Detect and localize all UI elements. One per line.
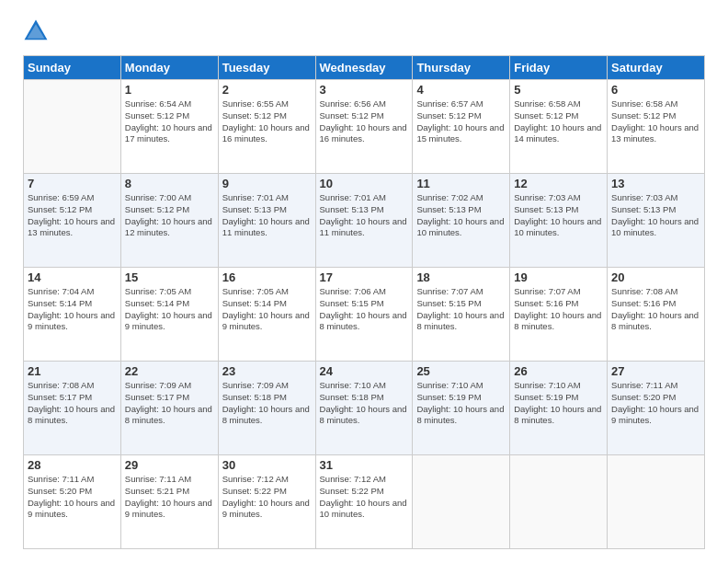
sunset-text: Sunset: 5:15 PM xyxy=(320,298,409,310)
sunset-text: Sunset: 5:13 PM xyxy=(514,204,603,216)
sunrise-text: Sunrise: 6:59 AM xyxy=(28,192,117,204)
day-number: 7 xyxy=(28,177,117,190)
daylight-text: Daylight: 10 hours and 11 minutes. xyxy=(222,216,312,240)
daylight-text: Daylight: 10 hours and 8 minutes. xyxy=(514,404,603,428)
daylight-text: Daylight: 10 hours and 8 minutes. xyxy=(611,310,700,334)
day-info: Sunrise: 7:09 AMSunset: 5:18 PMDaylight:… xyxy=(222,380,312,427)
sunrise-text: Sunrise: 7:12 AM xyxy=(320,474,409,486)
calendar-cell xyxy=(24,80,121,174)
sunrise-text: Sunrise: 6:55 AM xyxy=(222,98,312,110)
day-info: Sunrise: 7:07 AMSunset: 5:15 PMDaylight:… xyxy=(416,286,506,333)
sunset-text: Sunset: 5:12 PM xyxy=(28,204,117,216)
calendar-cell: 7Sunrise: 6:59 AMSunset: 5:12 PMDaylight… xyxy=(24,174,121,268)
sunrise-text: Sunrise: 7:10 AM xyxy=(514,380,603,392)
day-number: 11 xyxy=(416,177,506,190)
day-info: Sunrise: 7:11 AMSunset: 5:21 PMDaylight:… xyxy=(125,474,214,521)
day-info: Sunrise: 7:07 AMSunset: 5:16 PMDaylight:… xyxy=(514,286,603,333)
calendar-cell: 18Sunrise: 7:07 AMSunset: 5:15 PMDayligh… xyxy=(413,268,510,362)
day-number: 30 xyxy=(222,458,312,472)
daylight-text: Daylight: 10 hours and 16 minutes. xyxy=(222,122,312,146)
day-info: Sunrise: 6:58 AMSunset: 5:12 PMDaylight:… xyxy=(611,98,700,145)
day-info: Sunrise: 6:57 AMSunset: 5:12 PMDaylight:… xyxy=(416,98,506,145)
col-header-monday: Monday xyxy=(120,56,218,80)
calendar-week-row: 21Sunrise: 7:08 AMSunset: 5:17 PMDayligh… xyxy=(24,362,705,455)
calendar-week-row: 1Sunrise: 6:54 AMSunset: 5:12 PMDaylight… xyxy=(24,80,705,174)
sunrise-text: Sunrise: 7:11 AM xyxy=(28,474,117,486)
sunset-text: Sunset: 5:13 PM xyxy=(416,204,506,216)
day-number: 22 xyxy=(125,364,214,378)
sunset-text: Sunset: 5:13 PM xyxy=(611,204,700,216)
day-info: Sunrise: 6:56 AMSunset: 5:12 PMDaylight:… xyxy=(320,98,409,145)
daylight-text: Daylight: 10 hours and 10 minutes. xyxy=(611,216,700,240)
daylight-text: Daylight: 10 hours and 16 minutes. xyxy=(320,122,409,146)
sunrise-text: Sunrise: 7:03 AM xyxy=(514,192,603,204)
calendar-table: SundayMondayTuesdayWednesdayThursdayFrid… xyxy=(23,55,705,549)
day-number: 16 xyxy=(222,270,312,284)
daylight-text: Daylight: 10 hours and 10 minutes. xyxy=(416,216,506,240)
day-number: 14 xyxy=(28,270,117,284)
day-number: 25 xyxy=(416,364,506,378)
calendar-cell: 10Sunrise: 7:01 AMSunset: 5:13 PMDayligh… xyxy=(315,174,413,268)
day-number: 20 xyxy=(611,270,700,284)
calendar-cell: 1Sunrise: 6:54 AMSunset: 5:12 PMDaylight… xyxy=(120,80,218,174)
calendar-cell: 2Sunrise: 6:55 AMSunset: 5:12 PMDaylight… xyxy=(218,80,315,174)
sunset-text: Sunset: 5:12 PM xyxy=(125,204,214,216)
sunset-text: Sunset: 5:12 PM xyxy=(514,110,603,122)
sunset-text: Sunset: 5:20 PM xyxy=(611,392,700,404)
col-header-thursday: Thursday xyxy=(413,56,510,80)
sunset-text: Sunset: 5:12 PM xyxy=(320,110,409,122)
daylight-text: Daylight: 10 hours and 8 minutes. xyxy=(320,404,409,428)
sunrise-text: Sunrise: 7:04 AM xyxy=(28,286,117,298)
sunrise-text: Sunrise: 7:06 AM xyxy=(320,286,409,298)
daylight-text: Daylight: 10 hours and 11 minutes. xyxy=(320,216,409,240)
sunrise-text: Sunrise: 7:10 AM xyxy=(320,380,409,392)
header xyxy=(23,18,705,44)
sunrise-text: Sunrise: 7:10 AM xyxy=(416,380,506,392)
col-header-sunday: Sunday xyxy=(24,56,121,80)
day-info: Sunrise: 7:04 AMSunset: 5:14 PMDaylight:… xyxy=(28,286,117,333)
sunrise-text: Sunrise: 7:07 AM xyxy=(416,286,506,298)
day-number: 18 xyxy=(416,270,506,284)
sunset-text: Sunset: 5:18 PM xyxy=(320,392,409,404)
calendar-cell: 13Sunrise: 7:03 AMSunset: 5:13 PMDayligh… xyxy=(608,174,705,268)
sunrise-text: Sunrise: 6:56 AM xyxy=(320,98,409,110)
daylight-text: Daylight: 10 hours and 10 minutes. xyxy=(320,498,409,522)
day-number: 10 xyxy=(320,177,409,190)
day-info: Sunrise: 7:12 AMSunset: 5:22 PMDaylight:… xyxy=(222,474,312,521)
day-number: 9 xyxy=(222,177,312,190)
calendar-cell: 15Sunrise: 7:05 AMSunset: 5:14 PMDayligh… xyxy=(120,268,218,362)
sunset-text: Sunset: 5:14 PM xyxy=(222,298,312,310)
logo-icon xyxy=(23,18,49,44)
daylight-text: Daylight: 10 hours and 8 minutes. xyxy=(222,404,312,428)
sunrise-text: Sunrise: 7:05 AM xyxy=(125,286,214,298)
day-info: Sunrise: 7:02 AMSunset: 5:13 PMDaylight:… xyxy=(416,192,506,239)
calendar-cell: 19Sunrise: 7:07 AMSunset: 5:16 PMDayligh… xyxy=(510,268,608,362)
daylight-text: Daylight: 10 hours and 17 minutes. xyxy=(125,122,214,146)
calendar-cell: 11Sunrise: 7:02 AMSunset: 5:13 PMDayligh… xyxy=(413,174,510,268)
day-info: Sunrise: 7:10 AMSunset: 5:19 PMDaylight:… xyxy=(416,380,506,427)
sunrise-text: Sunrise: 7:09 AM xyxy=(222,380,312,392)
day-info: Sunrise: 7:11 AMSunset: 5:20 PMDaylight:… xyxy=(28,474,117,521)
sunset-text: Sunset: 5:21 PM xyxy=(125,486,214,498)
calendar-cell xyxy=(510,455,608,549)
sunrise-text: Sunrise: 7:08 AM xyxy=(28,380,117,392)
day-number: 5 xyxy=(514,83,603,97)
daylight-text: Daylight: 10 hours and 9 minutes. xyxy=(28,498,117,522)
sunrise-text: Sunrise: 6:58 AM xyxy=(611,98,700,110)
day-info: Sunrise: 7:11 AMSunset: 5:20 PMDaylight:… xyxy=(611,380,700,427)
daylight-text: Daylight: 10 hours and 15 minutes. xyxy=(416,122,506,146)
calendar-cell: 22Sunrise: 7:09 AMSunset: 5:17 PMDayligh… xyxy=(120,362,218,455)
day-info: Sunrise: 6:59 AMSunset: 5:12 PMDaylight:… xyxy=(28,192,117,239)
day-info: Sunrise: 6:58 AMSunset: 5:12 PMDaylight:… xyxy=(514,98,603,145)
day-number: 21 xyxy=(28,364,117,378)
sunset-text: Sunset: 5:16 PM xyxy=(611,298,700,310)
daylight-text: Daylight: 10 hours and 9 minutes. xyxy=(611,404,700,428)
day-info: Sunrise: 7:01 AMSunset: 5:13 PMDaylight:… xyxy=(222,192,312,239)
sunset-text: Sunset: 5:13 PM xyxy=(320,204,409,216)
sunrise-text: Sunrise: 6:58 AM xyxy=(514,98,603,110)
sunset-text: Sunset: 5:12 PM xyxy=(611,110,700,122)
calendar-cell: 26Sunrise: 7:10 AMSunset: 5:19 PMDayligh… xyxy=(510,362,608,455)
sunrise-text: Sunrise: 7:11 AM xyxy=(125,474,214,486)
day-number: 15 xyxy=(125,270,214,284)
calendar-week-row: 7Sunrise: 6:59 AMSunset: 5:12 PMDaylight… xyxy=(24,174,705,268)
